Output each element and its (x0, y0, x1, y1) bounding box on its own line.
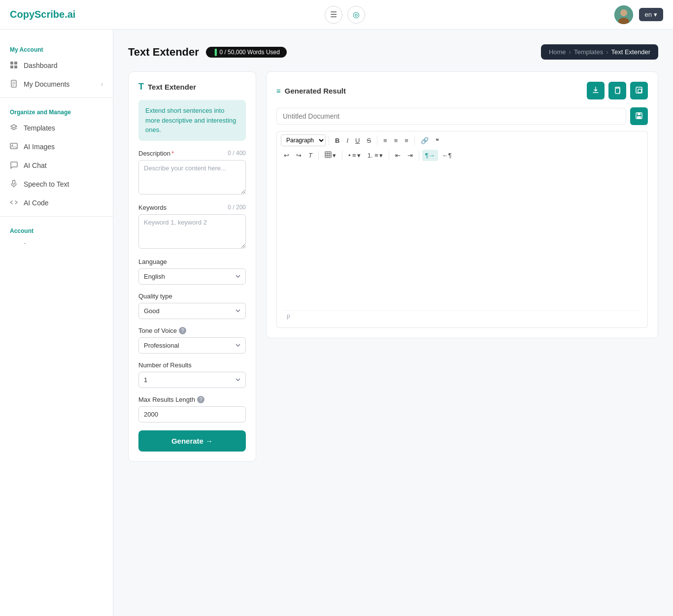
tone-label-row: Tone of Voice ? (138, 327, 246, 334)
underline-button[interactable]: U (352, 135, 363, 146)
toolbar-divider-4 (318, 151, 319, 161)
description-textarea[interactable] (138, 160, 246, 195)
indent-button[interactable]: ⇥ (404, 150, 416, 161)
account-section2-label: Account (0, 221, 113, 237)
editor-status: p (287, 313, 290, 320)
avatar[interactable] (614, 5, 633, 24)
result-title-text: Generated Result (285, 87, 346, 95)
rtl-button[interactable]: ←¶ (439, 150, 455, 161)
layout: My Account Dashboard (0, 30, 673, 616)
redo-button[interactable]: ↪ (293, 150, 304, 161)
file-icon (10, 80, 19, 89)
svg-rect-11 (10, 143, 17, 149)
table-button[interactable]: ▾ (322, 149, 339, 162)
clear-format-button[interactable]: T (305, 150, 315, 161)
sidebar-item-speech-to-text[interactable]: Speech to Text (0, 175, 113, 194)
strikethrough-button[interactable]: S (364, 135, 374, 146)
outdent-button[interactable]: ⇤ (392, 150, 404, 161)
max-length-label-row: Max Results Length ? (138, 396, 246, 403)
menu-button[interactable]: ☰ (325, 6, 342, 24)
editor-area: p (276, 164, 648, 328)
tone-help-icon[interactable]: ? (179, 327, 186, 334)
max-length-input[interactable] (138, 406, 246, 422)
paragraph-select[interactable]: Paragraph (281, 134, 326, 146)
clear-format-icon: T (308, 152, 312, 159)
italic-icon: I (346, 137, 348, 144)
expand-button[interactable] (630, 82, 648, 99)
align-right-button[interactable]: ≡ (402, 135, 411, 146)
doc-title-input[interactable] (276, 108, 626, 125)
italic-button[interactable]: I (343, 135, 351, 146)
logo-text: CopyScribe (10, 9, 65, 20)
breadcrumb-templates[interactable]: Templates (574, 48, 603, 56)
toolbar-divider-6 (389, 151, 389, 161)
copy-button[interactable] (608, 82, 626, 99)
bullet-list-chevron: ▾ (357, 152, 361, 159)
download-button[interactable] (587, 82, 605, 99)
language-button[interactable]: en ▾ (639, 8, 663, 21)
breadcrumb-sep-2: › (606, 48, 608, 56)
keywords-counter: 0 / 200 (228, 204, 246, 211)
ltr-icon: ¶→ (425, 152, 435, 159)
sidebar-item-ai-images[interactable]: AI Images (0, 137, 113, 156)
redo-icon: ↪ (296, 152, 302, 159)
bullet-list-icon: • ≡ (348, 152, 356, 159)
logo: CopyScribe.ai (10, 9, 75, 20)
bar-chart-icon: ▐ (213, 49, 217, 56)
quality-select[interactable]: Good (138, 303, 246, 319)
undo-button[interactable]: ↩ (281, 150, 292, 161)
ltr-button[interactable]: ¶→ (422, 150, 438, 161)
result-header: ≡ Generated Result (276, 82, 648, 99)
editor-content[interactable] (283, 170, 641, 308)
words-used-badge: ▐ 0 / 50,000 Words Used (206, 47, 287, 58)
breadcrumb-home[interactable]: Home (549, 48, 566, 56)
description-label: Description* (138, 150, 174, 157)
align-left-button[interactable]: ≡ (380, 135, 390, 146)
ai-images-label: AI Images (24, 143, 55, 151)
max-length-help-icon[interactable]: ? (197, 396, 204, 403)
svg-point-12 (12, 145, 13, 146)
tone-select[interactable]: Professional (138, 337, 246, 354)
sidebar-item-templates[interactable]: Templates (0, 119, 113, 137)
sidebar-item-ai-code[interactable]: AI Code (0, 194, 113, 212)
chat-icon (10, 161, 19, 170)
text-extender-icon: T (138, 82, 144, 92)
sidebar-divider-1 (0, 97, 113, 98)
documents-arrow-icon: › (101, 81, 103, 88)
align-center-button[interactable]: ≡ (391, 135, 401, 146)
target-button[interactable]: ◎ (347, 6, 365, 24)
ordered-list-button[interactable]: 1. ≡▾ (365, 150, 386, 161)
quote-icon: ❝ (436, 137, 439, 144)
language-select[interactable]: English (138, 268, 246, 285)
link-icon: 🔗 (421, 137, 429, 144)
align-right-icon: ≡ (404, 137, 408, 144)
max-length-label-with-icon: Max Results Length ? (138, 396, 204, 403)
keywords-textarea[interactable] (138, 214, 246, 249)
bullet-list-button[interactable]: • ≡▾ (345, 150, 364, 161)
generate-button[interactable]: Generate → (138, 430, 246, 452)
ai-code-label: AI Code (24, 199, 49, 207)
quote-button[interactable]: ❝ (433, 135, 442, 146)
link-button[interactable]: 🔗 (418, 135, 432, 146)
results-group: Number of Results 1 (138, 361, 246, 388)
result-title: ≡ Generated Result (276, 87, 346, 95)
svg-rect-4 (14, 62, 17, 65)
toolbar-row-2: ↩ ↪ T (281, 149, 643, 162)
sidebar-item-my-documents[interactable]: My Documents › (0, 75, 113, 94)
sidebar-item-dashboard[interactable]: Dashboard (0, 56, 113, 75)
page-title-area: Text Extender ▐ 0 / 50,000 Words Used (128, 46, 287, 59)
sidebar-item-ai-chat[interactable]: AI Chat (0, 156, 113, 175)
toolbar-divider-2 (377, 135, 377, 145)
page-header: Text Extender ▐ 0 / 50,000 Words Used Ho… (128, 44, 658, 60)
mic-icon (10, 180, 19, 189)
layers-icon (10, 124, 19, 132)
toolbar-divider-5 (342, 151, 342, 161)
header-center: ☰ ◎ (325, 6, 365, 24)
table-icon (325, 151, 332, 160)
toolbar-divider-7 (419, 151, 419, 161)
results-select[interactable]: 1 (138, 372, 246, 388)
doc-save-button[interactable] (630, 107, 648, 125)
bold-button[interactable]: B (332, 135, 342, 146)
svg-rect-13 (13, 180, 15, 184)
align-left-icon: ≡ (383, 137, 387, 144)
